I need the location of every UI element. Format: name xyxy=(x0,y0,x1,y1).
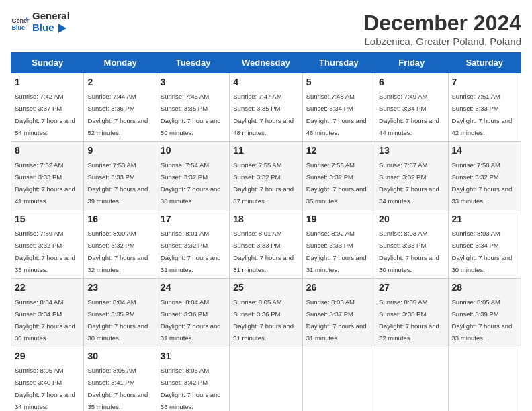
day-info: Sunrise: 8:01 AMSunset: 3:32 PMDaylight:… xyxy=(161,230,221,273)
page-subtitle: Lobzenica, Greater Poland, Poland xyxy=(363,36,521,47)
calendar-cell: 5Sunrise: 7:48 AMSunset: 3:34 PMDaylight… xyxy=(302,73,375,142)
calendar-cell: 8Sunrise: 7:52 AMSunset: 3:33 PMDaylight… xyxy=(11,142,84,210)
calendar-cell: 25Sunrise: 8:05 AMSunset: 3:36 PMDayligh… xyxy=(230,279,302,347)
page-header: General Blue General Blue December 2024 … xyxy=(11,11,521,47)
calendar-week-5: 29Sunrise: 8:05 AMSunset: 3:40 PMDayligh… xyxy=(11,347,521,412)
day-info: Sunrise: 8:05 AMSunset: 3:37 PMDaylight:… xyxy=(306,298,367,342)
calendar-cell xyxy=(448,347,521,412)
calendar-cell: 20Sunrise: 8:03 AMSunset: 3:33 PMDayligh… xyxy=(375,210,448,279)
day-info: Sunrise: 8:03 AMSunset: 3:34 PMDaylight:… xyxy=(452,230,513,273)
calendar-header-row: SundayMondayTuesdayWednesdayThursdayFrid… xyxy=(11,53,521,73)
day-number: 15 xyxy=(15,214,80,224)
calendar-cell: 2Sunrise: 7:44 AMSunset: 3:36 PMDaylight… xyxy=(84,73,157,142)
day-info: Sunrise: 7:47 AMSunset: 3:35 PMDaylight:… xyxy=(233,93,294,136)
day-number: 17 xyxy=(161,214,226,224)
calendar-cell: 10Sunrise: 7:54 AMSunset: 3:32 PMDayligh… xyxy=(157,142,229,210)
day-info: Sunrise: 7:44 AMSunset: 3:36 PMDaylight:… xyxy=(87,93,148,136)
calendar-cell: 15Sunrise: 7:59 AMSunset: 3:32 PMDayligh… xyxy=(11,210,84,279)
calendar-cell: 14Sunrise: 7:58 AMSunset: 3:32 PMDayligh… xyxy=(448,142,521,210)
calendar-cell: 18Sunrise: 8:01 AMSunset: 3:33 PMDayligh… xyxy=(230,210,302,279)
day-info: Sunrise: 7:55 AMSunset: 3:32 PMDaylight:… xyxy=(233,161,294,205)
calendar-table: SundayMondayTuesdayWednesdayThursdayFrid… xyxy=(11,52,521,411)
day-number: 6 xyxy=(379,77,444,87)
day-number: 21 xyxy=(452,214,517,224)
day-number: 20 xyxy=(379,214,444,224)
calendar-week-2: 8Sunrise: 7:52 AMSunset: 3:33 PMDaylight… xyxy=(11,142,521,210)
calendar-cell: 12Sunrise: 7:56 AMSunset: 3:32 PMDayligh… xyxy=(302,142,375,210)
calendar-week-3: 15Sunrise: 7:59 AMSunset: 3:32 PMDayligh… xyxy=(11,210,521,279)
day-info: Sunrise: 8:05 AMSunset: 3:38 PMDaylight:… xyxy=(379,298,439,342)
day-number: 9 xyxy=(87,145,152,156)
day-info: Sunrise: 8:05 AMSunset: 3:40 PMDaylight:… xyxy=(15,367,75,410)
calendar-cell: 17Sunrise: 8:01 AMSunset: 3:32 PMDayligh… xyxy=(157,210,229,279)
calendar-cell: 6Sunrise: 7:49 AMSunset: 3:34 PMDaylight… xyxy=(375,73,448,142)
day-info: Sunrise: 7:56 AMSunset: 3:32 PMDaylight:… xyxy=(306,161,367,205)
weekday-header-monday: Monday xyxy=(84,53,157,73)
calendar-cell: 16Sunrise: 8:00 AMSunset: 3:32 PMDayligh… xyxy=(84,210,157,279)
calendar-cell: 23Sunrise: 8:04 AMSunset: 3:35 PMDayligh… xyxy=(84,279,157,347)
day-number: 18 xyxy=(233,214,298,224)
day-info: Sunrise: 7:59 AMSunset: 3:32 PMDaylight:… xyxy=(15,230,75,273)
day-info: Sunrise: 8:04 AMSunset: 3:34 PMDaylight:… xyxy=(15,298,75,342)
day-info: Sunrise: 8:05 AMSunset: 3:39 PMDaylight:… xyxy=(452,298,513,342)
day-number: 31 xyxy=(161,351,226,361)
calendar-cell: 28Sunrise: 8:05 AMSunset: 3:39 PMDayligh… xyxy=(448,279,521,347)
svg-text:Blue: Blue xyxy=(11,24,25,30)
calendar-cell xyxy=(302,347,375,412)
calendar-week-4: 22Sunrise: 8:04 AMSunset: 3:34 PMDayligh… xyxy=(11,279,521,347)
calendar-cell xyxy=(375,347,448,412)
day-number: 11 xyxy=(233,145,298,156)
day-info: Sunrise: 7:58 AMSunset: 3:32 PMDaylight:… xyxy=(452,161,513,205)
page-title: December 2024 xyxy=(363,11,521,36)
day-number: 30 xyxy=(87,351,152,361)
day-info: Sunrise: 7:51 AMSunset: 3:33 PMDaylight:… xyxy=(452,93,513,136)
day-info: Sunrise: 7:42 AMSunset: 3:37 PMDaylight:… xyxy=(15,93,75,136)
day-info: Sunrise: 7:52 AMSunset: 3:33 PMDaylight:… xyxy=(15,161,75,205)
day-info: Sunrise: 8:04 AMSunset: 3:36 PMDaylight:… xyxy=(161,298,221,342)
calendar-cell: 4Sunrise: 7:47 AMSunset: 3:35 PMDaylight… xyxy=(230,73,302,142)
day-number: 26 xyxy=(306,282,371,293)
calendar-week-1: 1Sunrise: 7:42 AMSunset: 3:37 PMDaylight… xyxy=(11,73,521,142)
day-number: 4 xyxy=(233,77,298,87)
calendar-cell: 29Sunrise: 8:05 AMSunset: 3:40 PMDayligh… xyxy=(11,347,84,412)
day-info: Sunrise: 8:05 AMSunset: 3:42 PMDaylight:… xyxy=(161,367,221,410)
day-info: Sunrise: 8:00 AMSunset: 3:32 PMDaylight:… xyxy=(87,230,148,273)
day-number: 10 xyxy=(161,145,226,156)
calendar-cell: 24Sunrise: 8:04 AMSunset: 3:36 PMDayligh… xyxy=(157,279,229,347)
day-number: 5 xyxy=(306,77,371,87)
day-number: 2 xyxy=(87,77,152,87)
weekday-header-thursday: Thursday xyxy=(302,53,375,73)
weekday-header-wednesday: Wednesday xyxy=(230,53,302,73)
calendar-cell: 27Sunrise: 8:05 AMSunset: 3:38 PMDayligh… xyxy=(375,279,448,347)
day-info: Sunrise: 8:05 AMSunset: 3:36 PMDaylight:… xyxy=(233,298,294,342)
day-info: Sunrise: 7:45 AMSunset: 3:35 PMDaylight:… xyxy=(161,93,221,136)
logo-icon: General Blue xyxy=(11,13,30,32)
weekday-header-sunday: Sunday xyxy=(11,53,84,73)
day-number: 29 xyxy=(15,351,80,361)
svg-marker-3 xyxy=(58,24,66,33)
day-number: 1 xyxy=(15,77,80,87)
day-info: Sunrise: 8:01 AMSunset: 3:33 PMDaylight:… xyxy=(233,230,294,273)
calendar-cell: 11Sunrise: 7:55 AMSunset: 3:32 PMDayligh… xyxy=(230,142,302,210)
day-number: 27 xyxy=(379,282,444,293)
calendar-cell: 22Sunrise: 8:04 AMSunset: 3:34 PMDayligh… xyxy=(11,279,84,347)
title-area: December 2024 Lobzenica, Greater Poland,… xyxy=(363,11,521,47)
day-number: 19 xyxy=(306,214,371,224)
calendar-cell: 13Sunrise: 7:57 AMSunset: 3:32 PMDayligh… xyxy=(375,142,448,210)
day-number: 22 xyxy=(15,282,80,293)
logo-blue: Blue xyxy=(32,22,71,34)
day-info: Sunrise: 8:03 AMSunset: 3:33 PMDaylight:… xyxy=(379,230,439,273)
logo-arrow-icon xyxy=(58,24,71,33)
calendar-cell: 9Sunrise: 7:53 AMSunset: 3:33 PMDaylight… xyxy=(84,142,157,210)
day-number: 13 xyxy=(379,145,444,156)
day-info: Sunrise: 8:02 AMSunset: 3:33 PMDaylight:… xyxy=(306,230,367,273)
calendar-cell: 31Sunrise: 8:05 AMSunset: 3:42 PMDayligh… xyxy=(157,347,229,412)
day-number: 12 xyxy=(306,145,371,156)
day-info: Sunrise: 8:04 AMSunset: 3:35 PMDaylight:… xyxy=(87,298,148,342)
day-number: 23 xyxy=(87,282,152,293)
calendar-body: 1Sunrise: 7:42 AMSunset: 3:37 PMDaylight… xyxy=(11,73,521,412)
day-info: Sunrise: 7:54 AMSunset: 3:32 PMDaylight:… xyxy=(161,161,221,205)
weekday-header-friday: Friday xyxy=(375,53,448,73)
logo: General Blue General Blue xyxy=(11,11,71,33)
day-number: 16 xyxy=(87,214,152,224)
